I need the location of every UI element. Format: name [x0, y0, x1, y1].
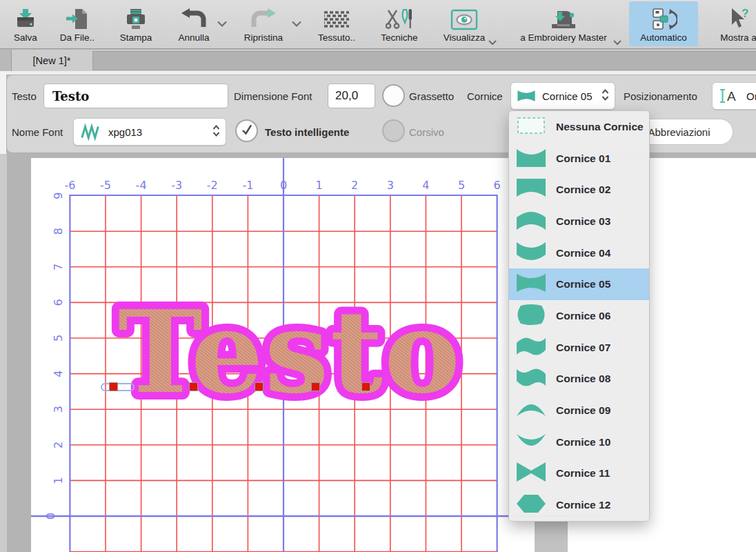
embroidery-text[interactable]: Testo: [118, 285, 461, 419]
redo-button[interactable]: Ripristina: [236, 1, 291, 46]
svg-text:4: 4: [52, 371, 65, 377]
stitch-marker[interactable]: [361, 382, 370, 391]
frame-dropdown-menu: Nessuna Cornice Cornice 01 Cornice 02 Co…: [508, 110, 650, 522]
toolbar-label: Da File..: [60, 32, 94, 43]
frame-select[interactable]: Cornice 05: [510, 82, 615, 110]
menu-item-cornice-10[interactable]: Cornice 10: [509, 426, 649, 458]
font-size-value: 20,0: [328, 89, 358, 103]
show-help-button[interactable]: ? Mostra ai: [705, 1, 756, 46]
menu-item-cornice-01[interactable]: Cornice 01: [509, 143, 649, 175]
tab-bar-empty-area[interactable]: [92, 51, 756, 70]
stitch-marker[interactable]: [255, 382, 263, 391]
automatic-button[interactable]: Automatico: [629, 1, 698, 46]
frame-12-icon: [516, 493, 546, 517]
fabric-button[interactable]: Tessuto..: [312, 1, 361, 46]
italic-label: Corsivo: [409, 126, 444, 138]
tab-new-1[interactable]: [New 1]*: [12, 50, 91, 71]
stitch-marker[interactable]: [109, 382, 118, 391]
undo-button[interactable]: Annulla: [168, 1, 219, 46]
svg-text:9: 9: [52, 193, 65, 199]
bold-toggle[interactable]: [382, 84, 405, 107]
smart-text-label: Testo intelligente: [265, 126, 349, 138]
main-toolbar: Salva Da File.. Stampa Annulla Ripristin…: [0, 0, 756, 49]
view-chevron-down-icon[interactable]: [488, 36, 497, 48]
abbreviations-label: Abbreviazioni: [648, 126, 710, 138]
text-label: Testo: [12, 90, 37, 102]
toolbar-label: Ripristina: [244, 32, 283, 43]
stepper-icon: [601, 88, 610, 104]
help-cursor-icon: ?: [727, 5, 752, 31]
font-zigzag-icon: [80, 123, 102, 141]
undo-chevron-down-icon[interactable]: [217, 18, 228, 30]
stitch-marker[interactable]: [311, 382, 320, 391]
svg-text:-5: -5: [100, 179, 111, 192]
automatic-icon: [650, 5, 677, 31]
menu-item-cornice-03[interactable]: Cornice 03: [509, 206, 649, 237]
positioning-select-value: Oriz: [746, 90, 756, 102]
frame-none-icon: [516, 115, 546, 139]
toolbar-label: a Embroidery Master: [520, 32, 606, 43]
frame-05-icon: [517, 90, 536, 102]
from-file-button[interactable]: Da File..: [52, 1, 102, 46]
text-input[interactable]: Testo: [43, 83, 228, 108]
left-gutter: [0, 71, 6, 154]
view-button[interactable]: Visualizza: [436, 1, 493, 46]
toolbar-label: Tecniche: [381, 32, 417, 43]
frame-08-icon: [516, 367, 546, 391]
bold-label: Grassetto: [409, 90, 454, 102]
menu-item-cornice-07[interactable]: Cornice 07: [509, 332, 649, 364]
font-size-input[interactable]: 20,0: [328, 83, 375, 108]
techniques-button[interactable]: Tecniche: [375, 1, 424, 46]
svg-text:0: 0: [44, 513, 57, 520]
embroidery-object[interactable]: Testo: [90, 284, 490, 417]
frame-09-icon: [516, 399, 546, 422]
print-icon: [124, 5, 148, 31]
menu-item-cornice-04[interactable]: Cornice 04: [509, 237, 649, 269]
svg-text:5: 5: [458, 179, 465, 192]
svg-text:?: ?: [742, 8, 748, 20]
checkmark-icon: [239, 122, 255, 140]
svg-text:-1: -1: [242, 179, 253, 192]
svg-text:8: 8: [52, 228, 65, 235]
text-cursor-icon: A: [718, 88, 740, 104]
dropdown-scroll-stub[interactable]: [535, 522, 568, 552]
font-name-label: Nome Font: [12, 126, 63, 138]
text-input-value: Testo: [44, 89, 89, 103]
view-icon: [450, 5, 478, 31]
embroidery-machine-icon: [550, 5, 577, 31]
frame-05-icon: [516, 273, 546, 296]
svg-text:2: 2: [351, 179, 358, 192]
stitch-marker[interactable]: [189, 382, 198, 391]
menu-item-cornice-06[interactable]: Cornice 06: [509, 300, 649, 332]
italic-toggle[interactable]: [382, 119, 405, 142]
embroidery-master-button[interactable]: a Embroidery Master: [512, 1, 615, 46]
import-file-icon: [65, 5, 90, 31]
font-size-label: Dimensione Font: [234, 90, 312, 102]
svg-text:0: 0: [280, 179, 287, 192]
svg-text:A: A: [727, 89, 736, 103]
font-name-select[interactable]: xpg013: [73, 118, 226, 146]
menu-item-cornice-11[interactable]: Cornice 11: [509, 458, 649, 490]
redo-chevron-down-icon[interactable]: [291, 18, 302, 30]
frame-07-icon: [516, 336, 546, 359]
frame-select-value: Cornice 05: [542, 90, 601, 102]
print-button[interactable]: Stampa: [112, 1, 159, 46]
save-button[interactable]: Salva: [6, 1, 46, 46]
techniques-icon: [386, 5, 413, 31]
undo-icon: [181, 5, 207, 31]
menu-item-cornice-02[interactable]: Cornice 02: [509, 174, 649, 206]
smart-text-checkbox[interactable]: [235, 119, 258, 142]
svg-text:7: 7: [52, 264, 65, 270]
svg-text:-3: -3: [171, 179, 182, 192]
positioning-select[interactable]: A Oriz: [712, 82, 756, 110]
tab-bar-corner: [0, 50, 12, 71]
menu-item-cornice-05-selected[interactable]: Cornice 05: [509, 268, 649, 300]
menu-item-cornice-12[interactable]: Cornice 12: [509, 489, 649, 521]
svg-text:4: 4: [422, 179, 429, 192]
toolbar-label: Visualizza: [444, 32, 486, 43]
menu-item-nessuna-cornice[interactable]: Nessuna Cornice: [509, 111, 649, 143]
fabric-icon: [323, 5, 350, 31]
menu-item-cornice-09[interactable]: Cornice 09: [509, 395, 649, 426]
menu-item-cornice-08[interactable]: Cornice 08: [509, 364, 649, 395]
embroidery-master-chevron-down-icon[interactable]: [613, 36, 622, 48]
